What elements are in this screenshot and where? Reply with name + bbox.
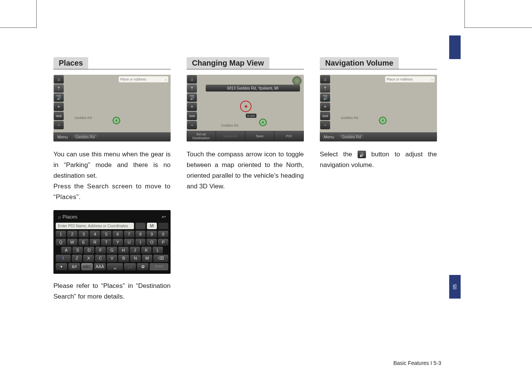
navi-volume-icon[interactable]: NAVI🔊 [320, 93, 330, 102]
action-row: Set as Destination Waypoint Save POI [187, 131, 304, 141]
tab-number: 05 [452, 284, 458, 289]
crop-mark [464, 27, 532, 28]
shift-key[interactable]: ⇧ [56, 255, 71, 262]
compass-icon[interactable]: ⇡ [320, 84, 330, 93]
key[interactable]: 5 [101, 231, 111, 238]
key[interactable]: I [135, 239, 146, 246]
save-button[interactable]: Save [245, 131, 275, 141]
settings-key[interactable]: ✿ [137, 263, 148, 270]
key[interactable]: F [95, 247, 106, 254]
key[interactable]: 2 [67, 231, 77, 238]
section-title-map-view: Changing Map View [187, 57, 269, 69]
keyboard-list-toggle[interactable] [158, 223, 168, 229]
key[interactable]: P [158, 239, 168, 246]
done-key[interactable]: Done [150, 263, 168, 270]
key[interactable]: W [67, 239, 77, 246]
key[interactable]: 6 [113, 231, 123, 238]
key[interactable]: J [130, 247, 140, 254]
side-tab [449, 35, 461, 59]
compass-icon[interactable]: ⇡ [54, 84, 64, 93]
key[interactable]: T [101, 239, 111, 246]
menu-button[interactable]: Menu [55, 134, 70, 140]
key[interactable]: N [130, 255, 141, 262]
compass-corner-icon[interactable] [292, 76, 301, 85]
key[interactable]: Y [113, 239, 123, 246]
waypoint-button[interactable]: Waypoint [216, 131, 245, 141]
key[interactable]: Z [72, 255, 82, 262]
keyboard-hide-key[interactable]: ▾ [56, 263, 67, 270]
keyboard-input[interactable]: Enter POI Name, Address or Coordinates [56, 223, 134, 229]
key[interactable]: B [118, 255, 129, 262]
map-bottom-bar: Menu Geddes Rd [320, 132, 437, 141]
keyboard-guess-toggle[interactable] [135, 223, 145, 229]
compass-icon[interactable]: ⇡ [187, 84, 197, 93]
menu-button[interactable]: Menu [321, 134, 337, 140]
key[interactable]: S [73, 247, 83, 254]
keyboard-state[interactable]: MI [147, 223, 157, 229]
scale-icon[interactable]: 300ft [54, 112, 64, 120]
zoom-in-icon[interactable]: + [54, 103, 64, 111]
search-field[interactable]: Place or Address ⌕ [119, 76, 168, 82]
key[interactable]: 4 [90, 231, 100, 238]
punct-key[interactable]: . - [124, 263, 135, 270]
section-title-nav-volume: Navigation Volume [320, 57, 399, 69]
poi-button[interactable]: POI [274, 131, 304, 141]
back-icon[interactable]: ↩ [162, 214, 166, 220]
key[interactable]: 7 [124, 231, 134, 238]
zoom-out-icon[interactable]: − [320, 121, 330, 129]
section-header: Changing Map View [187, 57, 304, 69]
key[interactable]: 8 [135, 231, 146, 238]
keyboard-input-row: Enter POI Name, Address or Coordinates M… [56, 223, 168, 229]
home-icon[interactable]: ⌂ [320, 75, 330, 84]
key[interactable]: V [107, 255, 118, 262]
key[interactable]: L [153, 247, 163, 254]
home-icon[interactable]: ⌂ [187, 75, 197, 84]
current-position-icon [379, 117, 387, 124]
zoom-out-icon[interactable]: − [187, 121, 197, 129]
key[interactable]: O [147, 239, 157, 246]
road-pill-label: Geddes Rd [76, 135, 95, 139]
svg-marker-1 [262, 121, 264, 124]
key[interactable]: 3 [79, 231, 89, 238]
key[interactable]: 0 [158, 231, 168, 238]
key[interactable]: H [118, 247, 129, 254]
navi-volume-icon[interactable]: NAVI🔊 [187, 93, 197, 102]
road-pill: Geddes Rd [339, 134, 364, 140]
search-field[interactable]: Place or Address ⌕ [385, 76, 435, 82]
key[interactable]: M [142, 255, 153, 262]
key[interactable]: R [90, 239, 100, 246]
page-footer: Basic Features I 5-3 [393, 360, 441, 366]
key[interactable]: K [141, 247, 152, 254]
key[interactable]: D [84, 247, 94, 254]
zoom-in-icon[interactable]: + [187, 103, 197, 111]
key[interactable]: G [107, 247, 117, 254]
key[interactable]: 1 [56, 231, 66, 238]
key[interactable]: Q [56, 239, 66, 246]
road-pill-label: Geddes Rd [342, 135, 361, 139]
set-destination-button[interactable]: Set as Destination [187, 131, 216, 141]
key[interactable]: C [95, 255, 106, 262]
zoom-in-icon[interactable]: + [320, 103, 330, 111]
symbol-key[interactable]: &# [68, 263, 80, 270]
keyboard-row-qwerty1: Q W E R T Y U I O P [56, 239, 168, 246]
manual-page: 05 Places ⌂ ⇡ NAVI🔊 + 300ft − Place or A… [0, 0, 532, 392]
scale-icon[interactable]: 300ft [187, 112, 197, 120]
backspace-key[interactable]: ⌫ [153, 255, 168, 262]
home-icon[interactable]: ⌂ [54, 75, 64, 84]
content-columns: Places ⌂ ⇡ NAVI🔊 + 300ft − Place or Addr… [53, 57, 437, 302]
key[interactable]: E [79, 239, 89, 246]
key[interactable]: A [61, 247, 71, 254]
zoom-out-icon[interactable]: − [54, 121, 64, 129]
abc-key[interactable]: ABC [81, 263, 93, 270]
space-key[interactable]: ␣ [107, 263, 123, 270]
navi-volume-inline-icon [358, 151, 366, 158]
body-text: Select the button to adjust the navigati… [320, 149, 437, 170]
key[interactable]: 9 [147, 231, 157, 238]
accent-key[interactable]: ÀÁÂ [94, 263, 105, 270]
road-label: Geddes Rd [341, 116, 358, 120]
navi-volume-icon[interactable]: NAVI🔊 [54, 93, 64, 102]
key[interactable]: U [124, 239, 134, 246]
scale-icon[interactable]: 300ft [320, 112, 330, 120]
body-text: Press the Search screen to move to “Plac… [53, 181, 171, 202]
key[interactable]: X [83, 255, 94, 262]
